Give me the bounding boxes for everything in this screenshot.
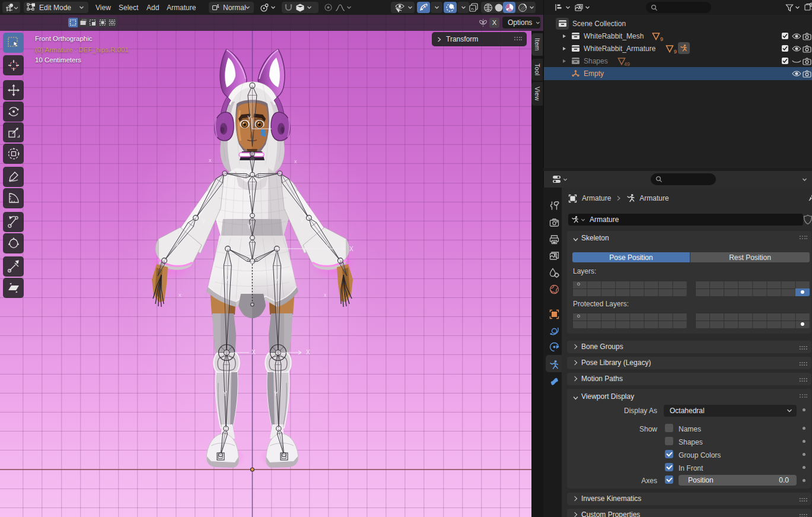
svg-text:Y: Y xyxy=(274,391,278,397)
svg-text:Y: Y xyxy=(275,278,279,284)
svg-text:x: x xyxy=(324,292,327,298)
svg-text:x: x xyxy=(176,242,179,248)
svg-text:Y: Y xyxy=(247,115,251,122)
svg-text:Y: Y xyxy=(223,391,227,397)
svg-text:x: x xyxy=(294,158,297,164)
svg-text:x: x xyxy=(326,242,329,248)
svg-text:Y: Y xyxy=(202,218,206,225)
svg-text:Y: Y xyxy=(247,192,251,199)
svg-text:x: x xyxy=(209,157,212,163)
svg-text:Y: Y xyxy=(247,223,251,230)
svg-text:Y: Y xyxy=(300,217,304,224)
svg-text:Y: Y xyxy=(249,261,253,268)
svg-text:X: X xyxy=(306,349,310,356)
svg-text:x: x xyxy=(179,292,181,298)
svg-text:Y: Y xyxy=(225,278,229,284)
svg-text:X: X xyxy=(251,349,256,356)
svg-text:X: X xyxy=(349,246,354,252)
